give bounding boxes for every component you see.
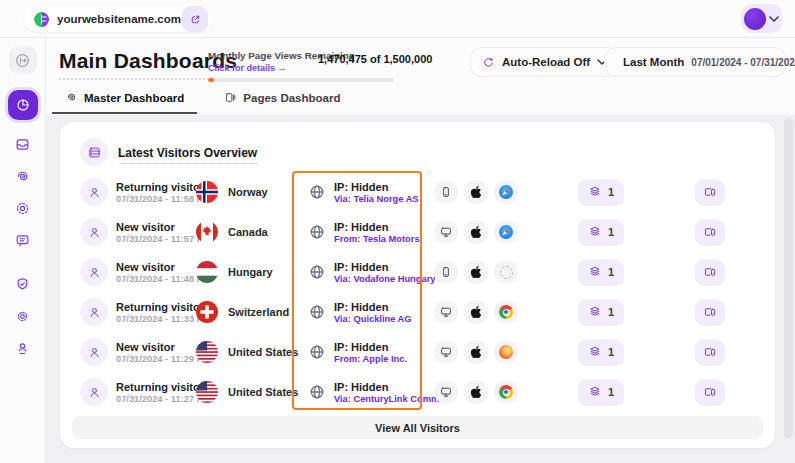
chrome-icon (499, 305, 513, 319)
sidebar-item-audience[interactable] (9, 194, 37, 222)
devices-icon (703, 265, 717, 279)
open-site-button[interactable] (182, 6, 208, 32)
globe-icon (308, 303, 326, 321)
avatar (744, 8, 766, 30)
monthly-progress-bar (208, 78, 394, 82)
browser-icon (494, 220, 518, 244)
visitor-icon (80, 338, 108, 366)
country-cell: Hungary (196, 261, 308, 283)
country-flag-icon (196, 341, 218, 363)
sidebar-item-inbox[interactable] (9, 130, 37, 158)
action-cell (695, 219, 763, 246)
pageviews-badge[interactable]: 1 (578, 379, 624, 406)
topbar: yourwebsitename.com (0, 0, 795, 38)
pageviews-count: 1 (608, 346, 614, 358)
server-icon (80, 138, 108, 166)
pageviews-cell: 1 (578, 259, 695, 286)
external-link-icon (189, 13, 202, 26)
globe-icon (308, 223, 326, 241)
inbox-icon (14, 136, 31, 153)
browser-icon (494, 260, 518, 284)
tab-master-dashboard[interactable]: Master Dashboard (52, 88, 197, 114)
device-icon (434, 380, 458, 404)
panel-expand-icon (14, 52, 31, 69)
pageviews-cell: 1 (578, 299, 695, 326)
device-icon (434, 180, 458, 204)
tab-pages-dashboard[interactable]: Pages Dashboard (211, 88, 353, 114)
unknown-browser-icon (500, 266, 513, 279)
visitor-row[interactable]: New visitor 07/31/2024 - 11:48 PM Hungar… (80, 252, 763, 292)
visitor-cell: New visitor 07/31/2024 - 11:57 PM (80, 218, 196, 246)
pie-chart-icon (15, 97, 31, 113)
view-all-visitors-button[interactable]: View All Visitors (72, 416, 763, 439)
layers-icon (588, 225, 602, 239)
pageviews-cell: 1 (578, 219, 695, 246)
device-icon (434, 300, 458, 324)
device-icon (434, 220, 458, 244)
devices-button[interactable] (695, 299, 725, 326)
page-scrollbar[interactable] (784, 118, 793, 438)
devices-button[interactable] (695, 219, 725, 246)
pageviews-cell: 1 (578, 339, 695, 366)
devices-button[interactable] (695, 379, 725, 406)
ip-label: IP: Hidden (334, 181, 419, 193)
visitor-cell: New visitor 07/31/2024 - 11:48 PM (80, 258, 196, 286)
safari-icon (499, 185, 513, 199)
layers-icon (588, 185, 602, 199)
action-cell (695, 259, 763, 286)
devices-button[interactable] (695, 259, 725, 286)
country-cell: Switzerland (196, 301, 308, 323)
visitor-row[interactable]: New visitor 07/31/2024 - 11:29 PM United… (80, 332, 763, 372)
layers-icon (588, 305, 602, 319)
visitor-row[interactable]: Returning visitor 07/31/2024 - 11:58 PM … (80, 172, 763, 212)
tab-label: Master Dashboard (84, 92, 184, 104)
sidebar-item-privacy[interactable] (9, 270, 37, 298)
browser-icon (494, 340, 518, 364)
os-apple-icon (464, 380, 488, 404)
pageviews-badge[interactable]: 1 (578, 299, 624, 326)
country-flag-icon (196, 181, 218, 203)
person-pin-icon (14, 340, 31, 357)
user-menu[interactable] (741, 4, 782, 33)
sidebar-item-sessions[interactable] (9, 162, 37, 190)
monthly-value: 1,470,475 of 1,500,000 (318, 53, 432, 65)
devices-icon (703, 185, 717, 199)
country-cell: Norway (196, 181, 308, 203)
sidebar-item-chat[interactable] (9, 226, 37, 254)
range-dates: 07/01/2024 - 07/31/2024 (691, 57, 795, 68)
pageviews-badge[interactable]: 1 (578, 259, 624, 286)
ip-cell: IP: Hidden Via: Telia Norge AS (308, 181, 434, 204)
globe-icon (308, 263, 326, 281)
devices-button[interactable] (695, 179, 725, 206)
sidebar-item-settings[interactable] (9, 302, 37, 330)
tech-cell (434, 180, 578, 204)
devices-button[interactable] (695, 339, 725, 366)
sidebar-toggle-button[interactable] (9, 46, 37, 74)
date-range-dropdown[interactable]: Last Month 07/01/2024 - 07/31/2024 (604, 47, 786, 77)
dashboard-tabs: Master Dashboard Pages Dashboard (46, 88, 354, 115)
visitor-row[interactable]: Returning visitor 07/31/2024 - 11:33 PM … (80, 292, 763, 332)
pageviews-badge[interactable]: 1 (578, 219, 624, 246)
layers-icon (588, 345, 602, 359)
country-name: United States (228, 386, 298, 398)
visitor-row[interactable]: New visitor 07/31/2024 - 11:57 PM Canada… (80, 212, 763, 252)
visitor-row[interactable]: Returning visitor 07/31/2024 - 11:27 PM … (80, 372, 763, 412)
safari-icon (499, 225, 513, 239)
os-apple-icon (464, 220, 488, 244)
orbit-target-icon (14, 200, 31, 217)
pageviews-badge[interactable]: 1 (578, 179, 624, 206)
ip-cell: IP: Hidden From: Apple Inc. (308, 341, 434, 364)
visitor-icon (80, 378, 108, 406)
gear-icon (14, 308, 31, 325)
panel-title: Latest Visitors Overview (118, 146, 257, 164)
globe-icon (308, 383, 326, 401)
chrome-icon (499, 385, 513, 399)
auto-reload-dropdown[interactable]: Auto-Reload Off (470, 47, 619, 77)
site-name: yourwebsitename.com (57, 13, 181, 25)
pageviews-badge[interactable]: 1 (578, 339, 624, 366)
sidebar-item-dashboards[interactable] (8, 90, 38, 120)
device-icon (434, 340, 458, 364)
sidebar-item-geolocation[interactable] (9, 334, 37, 362)
tech-cell (434, 220, 578, 244)
spiral-icon (65, 91, 78, 104)
